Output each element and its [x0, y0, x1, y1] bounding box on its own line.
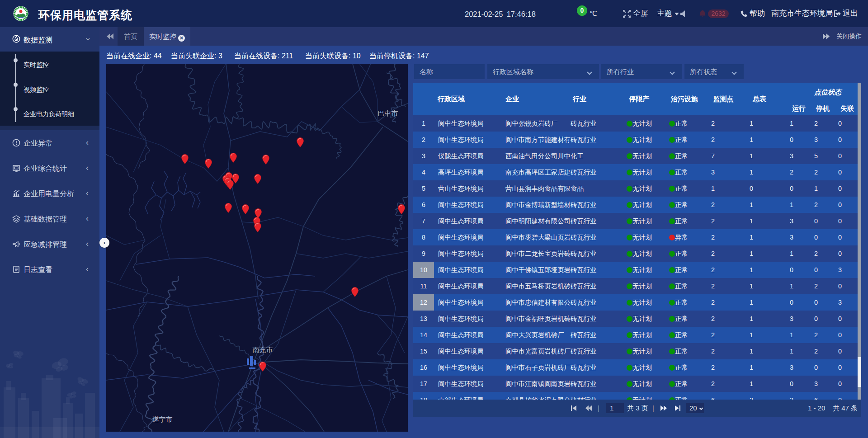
svg-text:遂宁市: 遂宁市 — [152, 415, 173, 423]
svg-text:南充市: 南充市 — [253, 346, 273, 353]
svg-text:巴中市: 巴中市 — [378, 109, 398, 117]
